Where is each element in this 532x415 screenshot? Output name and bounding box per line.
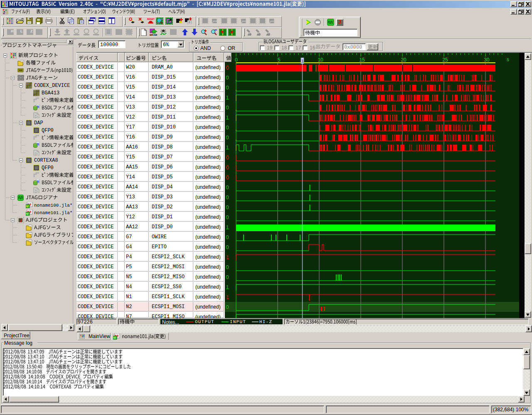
svg-text:0: 0 [226,234,229,240]
svg-text:BRAM: BRAM [150,34,157,36]
svg-text:1: 1 [226,284,229,290]
svg-text:0: 0 [226,124,229,131]
svg-text:10: 10 [318,57,323,63]
svg-text:s: s [507,57,509,62]
svg-text:30: 30 [484,57,490,63]
svg-text:J: J [20,218,22,223]
svg-text:1: 1 [226,114,229,121]
svg-text:0: 0 [226,134,229,141]
svg-text:0: 0 [235,57,238,63]
svg-text:0: 0 [226,194,229,200]
svg-text:0: 0 [226,244,229,250]
svg-text:0: 0 [226,84,229,91]
svg-text:0: 0 [226,74,229,81]
svg-text:RESET: RESET [147,18,154,20]
svg-text:1: 1 [301,59,304,64]
svg-text:5: 5 [278,57,281,63]
svg-text:0: 0 [226,274,229,280]
svg-text:20: 20 [401,57,406,63]
svg-text:0: 0 [226,64,229,71]
svg-text:1: 1 [226,94,229,101]
svg-text:1: 1 [226,294,229,300]
svg-text:0: 0 [226,104,229,111]
svg-text:0: 0 [226,214,229,220]
svg-text:25: 25 [442,57,448,63]
svg-text:0: 0 [226,154,229,161]
svg-text:0: 0 [226,164,229,170]
svg-text:0: 0 [226,204,229,210]
svg-text:15: 15 [359,57,365,63]
svg-text:0: 0 [226,264,229,270]
svg-text:0: 0 [226,174,229,180]
svg-text:1: 1 [226,144,229,151]
svg-text:0: 0 [226,184,229,190]
svg-text:1: 1 [226,254,229,260]
svg-text:0: 0 [226,304,229,310]
svg-text:1: 1 [226,224,229,230]
